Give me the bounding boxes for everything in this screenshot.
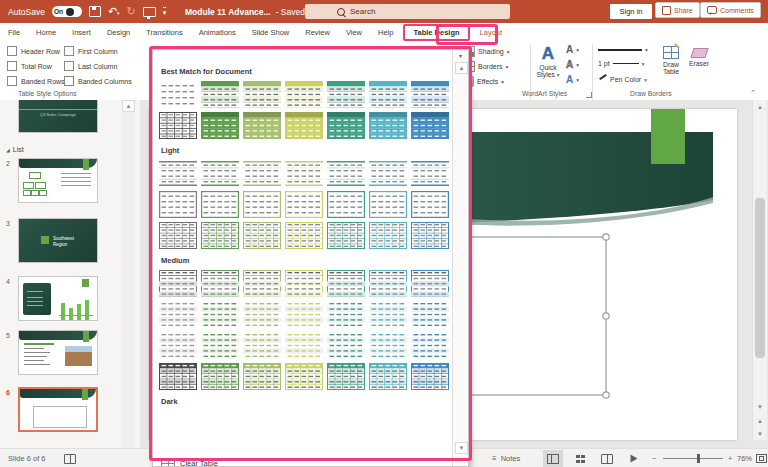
table-style-option[interactable]: [369, 363, 407, 390]
table-style-option[interactable]: [327, 191, 365, 218]
slide-thumbnail-4[interactable]: [18, 276, 98, 321]
pen-style-dropdown[interactable]: ▾: [598, 47, 648, 53]
next-slide-button[interactable]: ▼: [753, 427, 767, 440]
customize-qat-chevron-icon[interactable]: ▾: [163, 7, 167, 17]
table-style-option[interactable]: [285, 160, 323, 187]
table-style-option[interactable]: [201, 191, 239, 218]
tab-layout[interactable]: Layout: [472, 23, 511, 41]
table-style-option[interactable]: [201, 81, 239, 108]
tab-review[interactable]: Review: [297, 23, 338, 41]
quick-styles-button[interactable]: A QuickStyles ▾: [535, 45, 561, 78]
table-style-option[interactable]: [243, 222, 281, 249]
gallery-collapse-arrow-icon[interactable]: ▾: [455, 52, 466, 61]
pen-color-button[interactable]: Pen Color▾: [598, 75, 647, 84]
table-style-option[interactable]: [201, 222, 239, 249]
table-style-option[interactable]: [369, 191, 407, 218]
canvas-scrollbar[interactable]: ▲ ▼ ▲ ▼: [752, 100, 767, 440]
checkbox-total-row[interactable]: Total Row: [7, 61, 52, 71]
saved-status[interactable]: - Saved: [276, 7, 305, 17]
fit-to-window-button[interactable]: [756, 454, 767, 463]
collapse-ribbon-chevron-icon[interactable]: ⌃: [750, 89, 756, 97]
table-style-option[interactable]: [327, 160, 365, 187]
table-style-option[interactable]: [411, 160, 449, 187]
sign-in-button[interactable]: Sign in: [610, 4, 652, 19]
text-outline-button[interactable]: A▾: [566, 60, 579, 70]
table-style-option[interactable]: [369, 81, 407, 108]
view-slide-sorter-button[interactable]: [570, 450, 590, 467]
table-style-option[interactable]: [243, 81, 281, 108]
zoom-slider-thumb[interactable]: [697, 454, 700, 463]
table-style-option[interactable]: [159, 332, 197, 359]
tab-file[interactable]: File: [0, 23, 28, 41]
table-style-option[interactable]: [285, 363, 323, 390]
pen-weight-dropdown[interactable]: 1 pt▾: [598, 60, 644, 67]
slide-thumbnail-5[interactable]: [18, 330, 98, 375]
scroll-up-icon[interactable]: ▲: [122, 100, 135, 112]
table-style-option[interactable]: [243, 191, 281, 218]
undo-button[interactable]: ↶▾: [108, 6, 120, 17]
table-style-option[interactable]: [243, 301, 281, 328]
checkbox-banded-columns[interactable]: Banded Columns: [64, 76, 132, 86]
text-fill-button[interactable]: A▾: [566, 45, 579, 55]
tab-animations[interactable]: Animations: [191, 23, 244, 41]
table-style-option[interactable]: [285, 301, 323, 328]
redo-button[interactable]: ↻: [127, 6, 136, 17]
table-style-option[interactable]: [327, 363, 365, 390]
table-style-option[interactable]: [201, 270, 239, 297]
table-style-option[interactable]: [285, 332, 323, 359]
tab-transitions[interactable]: Transitions: [138, 23, 190, 41]
shading-button[interactable]: Shading▾: [463, 46, 509, 57]
table-style-option[interactable]: [369, 160, 407, 187]
table-style-option[interactable]: [327, 270, 365, 297]
tab-table-design[interactable]: Table Design: [403, 24, 469, 41]
table-style-option[interactable]: [411, 112, 449, 139]
table-style-option[interactable]: [411, 332, 449, 359]
table-style-option[interactable]: [243, 160, 281, 187]
checkbox-last-column[interactable]: Last Column: [64, 61, 117, 71]
eraser-button[interactable]: Eraser: [686, 46, 712, 67]
checkbox-first-column[interactable]: First Column: [64, 46, 118, 56]
display-settings-icon[interactable]: [64, 454, 76, 464]
table-style-option[interactable]: [369, 112, 407, 139]
effects-button[interactable]: Effects▾: [463, 76, 504, 87]
table-style-option[interactable]: [243, 270, 281, 297]
slide-thumbnail-1[interactable]: Q3 Sales Campaign: [18, 100, 98, 133]
slide-thumbnail-2[interactable]: [18, 158, 98, 203]
tab-insert[interactable]: Insert: [64, 23, 99, 41]
table-style-option[interactable]: [201, 301, 239, 328]
zoom-in-button[interactable]: +: [728, 454, 732, 463]
start-slideshow-icon[interactable]: [143, 7, 156, 17]
search-input[interactable]: Search: [305, 4, 510, 19]
zoom-slider[interactable]: [663, 458, 723, 459]
table-style-option[interactable]: [285, 112, 323, 139]
checkbox-header-row[interactable]: Header Row: [7, 46, 60, 56]
gallery-scroll-up-icon[interactable]: ▲: [455, 62, 468, 74]
table-style-option[interactable]: [411, 81, 449, 108]
table-style-option[interactable]: [327, 112, 365, 139]
clear-table-button[interactable]: Clear Table: [161, 458, 218, 467]
table-style-option[interactable]: [243, 112, 281, 139]
share-button[interactable]: Share: [655, 2, 700, 18]
view-reading-button[interactable]: [597, 450, 617, 467]
text-effects-button[interactable]: A▾: [566, 75, 579, 85]
draw-table-button[interactable]: DrawTable: [658, 46, 684, 75]
table-style-option[interactable]: [369, 332, 407, 359]
table-style-option[interactable]: [369, 222, 407, 249]
tab-design[interactable]: Design: [99, 23, 138, 41]
gallery-scrollbar[interactable]: [452, 50, 467, 466]
autosave-toggle[interactable]: On: [52, 6, 82, 17]
scrollbar-thumb[interactable]: [755, 198, 765, 358]
view-slideshow-button[interactable]: [624, 450, 644, 467]
section-header-list[interactable]: ◢List: [6, 146, 24, 153]
slide-thumbnail-6[interactable]: [18, 387, 98, 432]
table-style-option[interactable]: [285, 81, 323, 108]
table-style-option[interactable]: [327, 301, 365, 328]
table-style-option[interactable]: [285, 222, 323, 249]
table-style-option[interactable]: [243, 332, 281, 359]
table-style-option[interactable]: [369, 270, 407, 297]
panel-scrollbar[interactable]: ▲: [122, 100, 135, 448]
save-icon[interactable]: [89, 6, 101, 17]
tab-view[interactable]: View: [338, 23, 370, 41]
table-style-option[interactable]: [411, 363, 449, 390]
table-style-option[interactable]: [201, 160, 239, 187]
